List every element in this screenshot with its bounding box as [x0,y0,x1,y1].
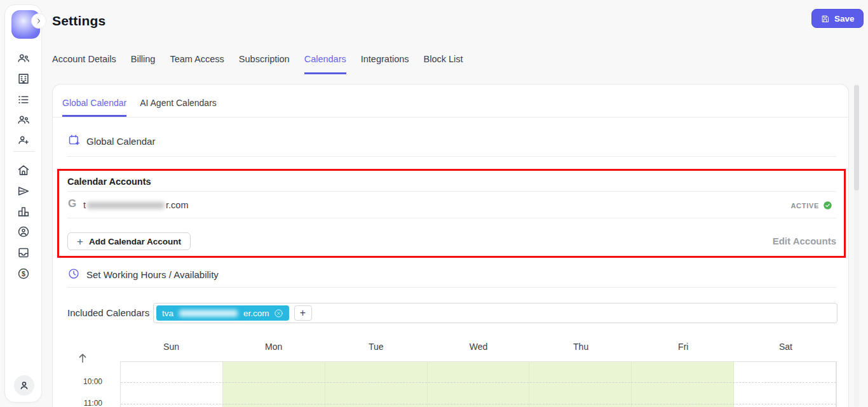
calendar-chip: tva er.com [156,305,289,321]
settings-tab-bar: Account Details Billing Team Access Subs… [52,54,463,74]
time-label-11: 11:00 [72,399,102,407]
day-header-mon: Mon [222,342,325,352]
tab-billing[interactable]: Billing [131,54,156,74]
day-header-wed: Wed [427,342,529,352]
contacts-icon[interactable] [16,51,31,66]
scrollbar-thumb[interactable] [854,85,859,190]
tab-calendars[interactable]: Calendars [304,54,346,74]
google-g-icon: G [68,197,76,210]
save-icon [820,14,830,23]
add-included-calendar-button[interactable]: + [294,305,312,321]
clock-icon [67,267,80,283]
add-calendar-account-label: Add Calendar Account [89,237,181,246]
grid-column-wed[interactable] [428,362,530,407]
day-header-tue: Tue [325,342,427,352]
divider [67,156,836,157]
grid-column-sun[interactable] [121,362,223,407]
tab-team-access[interactable]: Team Access [170,54,224,74]
add-calendar-account-button[interactable]: + Add Calendar Account [67,232,191,250]
included-calendars-label: Included Calendars [67,307,149,318]
grid-column-thu[interactable] [529,362,632,407]
divider [67,218,836,218]
sidebar-collapse-button[interactable] [31,13,46,29]
save-button[interactable]: Save [811,9,864,28]
divider [67,287,836,288]
sidebar: $ [4,4,42,403]
time-label-10: 10:00 [72,377,102,386]
day-header-fri: Fri [632,342,735,352]
check-circle-icon [823,201,832,210]
calendar-account-email: t r.com [83,200,188,210]
sidebar-divider [13,151,35,152]
global-calendar-section-label: Global Calendar [86,136,155,147]
grid-column-fri[interactable] [632,362,734,407]
tab-subscription[interactable]: Subscription [239,54,290,74]
save-button-label: Save [834,14,855,23]
svg-text:$: $ [22,270,25,277]
account-status: ACTIVE [790,201,832,210]
calendar-subtab-bar: Global Calendar AI Agent Calendars [53,84,848,117]
plus-icon: + [77,236,83,247]
calendars-panel: Global Calendar AI Agent Calendars Globa… [52,84,849,407]
subtab-global-calendar[interactable]: Global Calendar [62,98,126,117]
day-header-thu: Thu [530,342,632,352]
chip-redacted-blur [179,310,238,317]
leaderboard-icon[interactable] [16,204,31,219]
subtab-ai-agent-calendars[interactable]: AI Agent Calendars [140,98,217,117]
edit-accounts-link[interactable]: Edit Accounts [773,236,836,246]
grid-column-tue[interactable] [325,362,428,407]
working-hours-label: Set Working Hours / Availability [86,269,219,280]
tab-integrations[interactable]: Integrations [361,54,409,74]
email-visible-start: t [83,200,86,210]
home-icon[interactable] [16,163,31,178]
email-redacted-blur [87,202,165,209]
inbox-icon[interactable] [16,245,31,260]
chip-remove-icon[interactable] [274,309,283,318]
grid-column-mon[interactable] [223,362,325,407]
day-header-sun: Sun [120,342,222,352]
scroll-up-arrow-icon[interactable] [76,351,90,365]
calendar-plus-icon [67,133,81,149]
send-icon[interactable] [16,183,31,199]
list-icon[interactable] [16,92,31,107]
billing-icon[interactable]: $ [16,266,31,281]
user-avatar[interactable] [14,375,34,396]
tab-account-details[interactable]: Account Details [52,54,116,74]
grid-column-sat[interactable] [734,362,836,407]
chip-visible-end: er.com [243,309,269,318]
availability-grid [120,361,837,407]
team-icon[interactable] [16,112,31,128]
calendar-accounts-title: Calendar Accounts [67,177,151,187]
divider [67,191,836,192]
page-title: Settings [52,13,105,29]
included-calendars-input[interactable]: tva er.com + [153,303,837,323]
status-badge: ACTIVE [790,202,819,210]
profile-icon[interactable] [16,224,31,239]
day-header-sat: Sat [735,342,837,352]
email-visible-end: r.com [166,200,188,210]
chip-visible-start: tva [162,309,173,318]
company-icon[interactable] [16,71,31,86]
tab-block-list[interactable]: Block List [424,54,463,74]
day-header-row: Sun Mon Tue Wed Thu Fri Sat [120,342,837,352]
add-person-icon[interactable] [16,133,31,148]
